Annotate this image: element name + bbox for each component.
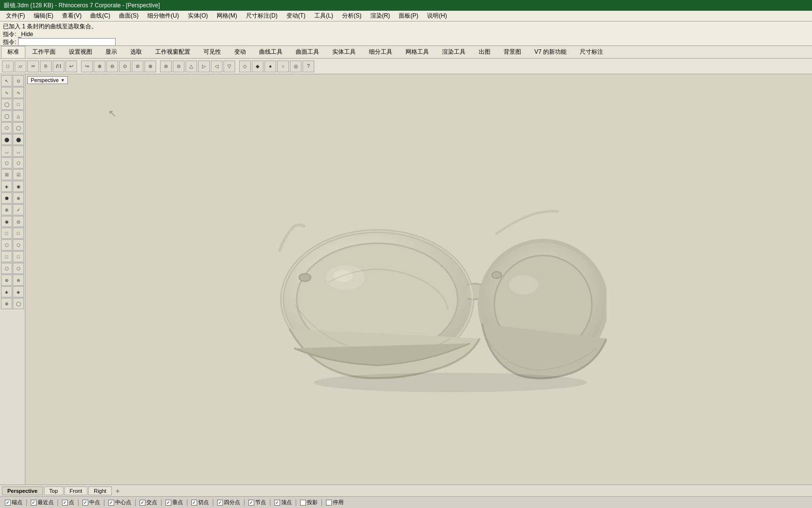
status-checkbox-节点[interactable]: [248, 500, 254, 506]
toolbar-btn-3[interactable]: ⎘: [40, 61, 52, 72]
menu-item-网格(M)[interactable]: 网格(M): [213, 11, 241, 21]
lt-btn-22[interactable]: ⊕: [1, 204, 12, 215]
tab-17[interactable]: 尺寸标注: [573, 46, 609, 58]
lt-btn-1[interactable]: ⊙: [13, 75, 24, 86]
menu-item-曲面(S)[interactable]: 曲面(S): [115, 11, 142, 21]
lt-btn-19[interactable]: ◉: [13, 181, 24, 192]
tab-2[interactable]: 设置视图: [62, 46, 99, 58]
vp-tab-top[interactable]: Top: [44, 487, 63, 495]
toolbar-btn-1[interactable]: ▱: [15, 61, 26, 72]
lt-btn-17[interactable]: ☑: [13, 169, 24, 180]
status-checkbox-交点[interactable]: [140, 500, 145, 506]
tab-8[interactable]: 曲线工具: [253, 46, 289, 58]
menu-item-实体(O)[interactable]: 实体(O): [184, 11, 212, 21]
status-checkbox-投影[interactable]: [300, 500, 306, 506]
lt-btn-34[interactable]: ⊛: [1, 275, 12, 286]
lt-btn-3[interactable]: ∿: [13, 87, 24, 98]
vp-tab-front[interactable]: Front: [64, 487, 88, 495]
command-input[interactable]: [18, 38, 116, 46]
tab-16[interactable]: V7 的新功能: [528, 46, 573, 58]
lt-btn-6[interactable]: ◯: [1, 110, 12, 122]
tab-5[interactable]: 工作视窗配置: [149, 46, 197, 58]
tab-11[interactable]: 细分工具: [363, 46, 399, 58]
status-checkbox-中点[interactable]: [82, 500, 88, 506]
menu-item-曲线(C)[interactable]: 曲线(C): [86, 11, 114, 21]
toolbar-btn-22[interactable]: ◎: [290, 61, 302, 72]
lt-btn-25[interactable]: ◎: [13, 216, 24, 227]
toolbar-btn-8[interactable]: ⊖: [106, 61, 118, 72]
menu-item-编辑(E)[interactable]: 编辑(E): [30, 11, 57, 21]
tab-10[interactable]: 实体工具: [326, 46, 362, 58]
tab-6[interactable]: 可见性: [197, 46, 227, 58]
tab-4[interactable]: 选取: [124, 46, 148, 58]
toolbar-btn-15[interactable]: ▷: [198, 61, 210, 72]
lt-btn-9[interactable]: ◯: [13, 122, 24, 133]
menu-item-细分物件(U)[interactable]: 细分物件(U): [143, 11, 183, 21]
menu-item-说明(H)[interactable]: 说明(H): [423, 11, 451, 21]
status-checkbox-中心点[interactable]: [108, 500, 114, 506]
tab-15[interactable]: 背景图: [497, 46, 528, 58]
status-checkbox-切点[interactable]: [191, 500, 197, 506]
tab-0[interactable]: 标准: [1, 46, 25, 58]
tab-9[interactable]: 曲面工具: [289, 46, 325, 58]
lt-btn-13[interactable]: ◡: [13, 146, 24, 157]
lt-btn-39[interactable]: ◯: [13, 298, 24, 309]
lt-btn-23[interactable]: ✓: [13, 204, 24, 215]
menu-item-文件(F)[interactable]: 文件(F): [2, 11, 29, 21]
toolbar-btn-18[interactable]: ◇: [239, 61, 251, 72]
lt-btn-15[interactable]: ⬡: [13, 157, 24, 169]
lt-btn-26[interactable]: □: [1, 228, 12, 239]
lt-btn-27[interactable]: □: [13, 228, 24, 239]
toolbar-btn-13[interactable]: ⊝: [173, 61, 184, 72]
tab-3[interactable]: 显示: [99, 46, 123, 58]
lt-btn-2[interactable]: ∿: [1, 87, 12, 98]
status-checkbox-端点[interactable]: [5, 500, 11, 506]
toolbar-btn-9[interactable]: ⊙: [119, 61, 131, 72]
tab-13[interactable]: 渲染工具: [436, 46, 472, 58]
toolbar-btn-16[interactable]: ◁: [211, 61, 223, 72]
lt-btn-28[interactable]: ⬡: [1, 239, 12, 251]
menu-item-渲染(R)[interactable]: 渲染(R): [366, 11, 394, 21]
status-checkbox-停用[interactable]: [326, 500, 332, 506]
lt-btn-30[interactable]: □: [1, 251, 12, 262]
toolbar-btn-20[interactable]: ●: [264, 61, 276, 72]
lt-btn-0[interactable]: ↖: [1, 75, 12, 86]
lt-btn-31[interactable]: □: [13, 251, 24, 262]
lt-btn-37[interactable]: ◈: [13, 286, 24, 297]
toolbar-btn-21[interactable]: ○: [277, 61, 289, 72]
toolbar-btn-2[interactable]: ✂: [27, 61, 39, 72]
lt-btn-8[interactable]: ⬡: [1, 122, 12, 133]
lt-btn-33[interactable]: ⬡: [13, 263, 24, 274]
vp-tab-perspective[interactable]: Perspective: [2, 487, 43, 495]
viewport[interactable]: Perspective ▼: [25, 74, 812, 485]
lt-btn-11[interactable]: ⬤: [13, 134, 24, 145]
toolbar-btn-14[interactable]: △: [185, 61, 197, 72]
tab-7[interactable]: 变动: [228, 46, 252, 58]
lt-btn-12[interactable]: ◡: [1, 146, 12, 157]
lt-btn-29[interactable]: ⬡: [13, 239, 24, 251]
menu-item-变动(T)[interactable]: 变动(T): [283, 11, 309, 21]
vp-tab-add[interactable]: +: [113, 486, 122, 496]
toolbar-btn-4[interactable]: ⛙: [53, 61, 64, 72]
lt-btn-32[interactable]: ⬡: [1, 263, 12, 274]
toolbar-btn-19[interactable]: ◆: [252, 61, 264, 72]
viewport-label[interactable]: Perspective ▼: [27, 76, 68, 84]
lt-btn-21[interactable]: ⊕: [13, 192, 24, 204]
lt-btn-10[interactable]: ⬤: [1, 134, 12, 145]
status-checkbox-点[interactable]: [62, 500, 68, 506]
lt-btn-16[interactable]: ☒: [1, 169, 12, 180]
toolbar-btn-10[interactable]: ⊘: [132, 61, 143, 72]
menu-item-工具(L)[interactable]: 工具(L): [310, 11, 337, 21]
toolbar-btn-23[interactable]: ?: [303, 61, 314, 72]
status-checkbox-垂点[interactable]: [165, 500, 171, 506]
toolbar-btn-11[interactable]: ⊛: [144, 61, 156, 72]
tab-1[interactable]: 工作平面: [26, 46, 62, 58]
lt-btn-36[interactable]: ◈: [1, 286, 12, 297]
lt-btn-14[interactable]: ⬡: [1, 157, 12, 169]
lt-btn-20[interactable]: ⬢: [1, 192, 12, 204]
menu-item-查看(V)[interactable]: 查看(V): [58, 11, 85, 21]
lt-btn-24[interactable]: ◉: [1, 216, 12, 227]
menu-item-面板(P)[interactable]: 面板(P): [395, 11, 422, 21]
lt-btn-4[interactable]: ◯: [1, 99, 12, 110]
tab-14[interactable]: 出图: [472, 46, 497, 58]
